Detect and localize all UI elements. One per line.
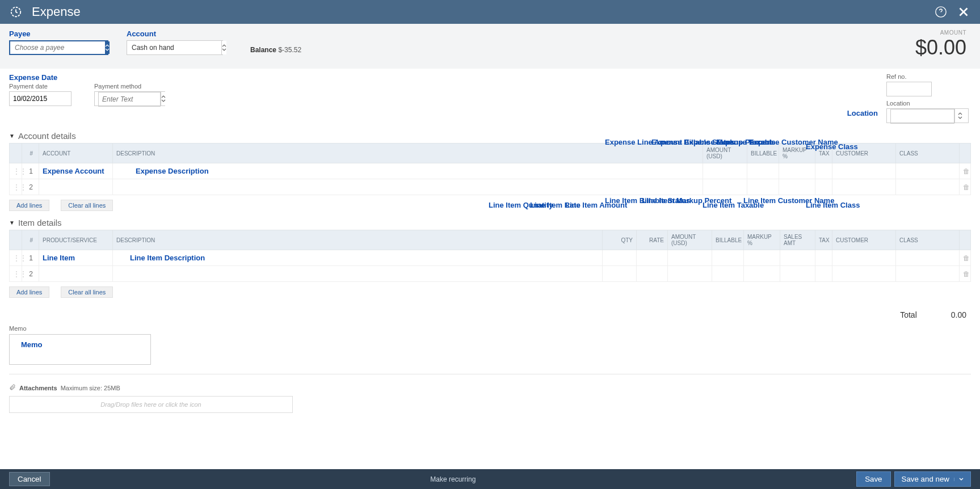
clear-all-lines-button[interactable]: Clear all lines bbox=[61, 286, 113, 298]
col-amount: AMOUNT (USD) bbox=[668, 230, 712, 250]
location-label: Location bbox=[886, 100, 969, 107]
location-input[interactable] bbox=[890, 109, 954, 124]
cell-billable[interactable] bbox=[712, 266, 744, 282]
cell-markup[interactable] bbox=[779, 179, 815, 195]
cell-sales-amt[interactable] bbox=[780, 250, 815, 266]
cell-class[interactable] bbox=[896, 179, 960, 195]
account-details-toggle[interactable]: ▼ Account details bbox=[9, 131, 76, 141]
total-row: Total 0.00 bbox=[0, 305, 980, 325]
delete-row-icon[interactable]: 🗑 bbox=[960, 179, 971, 195]
table-row[interactable]: ⋮⋮ 2 🗑 bbox=[10, 179, 971, 195]
cell-amount[interactable] bbox=[703, 163, 747, 179]
delete-row-icon[interactable]: 🗑 bbox=[960, 163, 971, 179]
location-annotation: Location bbox=[847, 109, 878, 117]
account-input[interactable] bbox=[127, 41, 221, 54]
col-delete bbox=[960, 144, 971, 163]
clear-all-lines-button[interactable]: Clear all lines bbox=[61, 200, 113, 211]
col-qty: QTY bbox=[603, 230, 637, 250]
chevron-updown-icon[interactable] bbox=[105, 41, 110, 54]
drag-handle-icon[interactable]: ⋮⋮ bbox=[10, 163, 22, 179]
cell-rate[interactable] bbox=[637, 250, 668, 266]
col-account: ACCOUNT bbox=[39, 144, 113, 163]
help-icon[interactable] bbox=[935, 6, 947, 18]
app-logo-icon bbox=[9, 5, 23, 19]
cell-sales-amt[interactable] bbox=[780, 266, 815, 282]
chevron-updown-icon[interactable] bbox=[161, 92, 166, 106]
account-field-group: Account bbox=[127, 29, 223, 55]
col-product: PRODUCT/SERVICE bbox=[39, 230, 113, 250]
payee-combo[interactable] bbox=[9, 40, 108, 55]
row-num: 2 bbox=[22, 179, 39, 195]
cell-qty[interactable] bbox=[603, 250, 637, 266]
close-icon[interactable] bbox=[956, 5, 971, 19]
account-combo[interactable] bbox=[127, 40, 223, 55]
drag-handle-icon[interactable]: ⋮⋮ bbox=[10, 250, 22, 266]
delete-row-icon[interactable]: 🗑 bbox=[960, 250, 971, 266]
add-lines-button[interactable]: Add lines bbox=[9, 286, 49, 298]
cell-customer[interactable] bbox=[832, 266, 896, 282]
attachments-dropzone[interactable]: Drag/Drop files here or click the icon bbox=[9, 396, 293, 413]
item-details-toggle[interactable]: ▼ Item details bbox=[9, 218, 62, 227]
cell-rate[interactable] bbox=[637, 266, 668, 282]
attachments-section: Attachments Maximum size: 25MB Drag/Drop… bbox=[0, 383, 980, 413]
account-details-title: Account details bbox=[18, 131, 76, 141]
cell-markup[interactable] bbox=[744, 250, 780, 266]
col-class: CLASS bbox=[896, 230, 960, 250]
cell-tax[interactable] bbox=[815, 163, 832, 179]
cell-markup[interactable] bbox=[779, 163, 815, 179]
cell-product[interactable] bbox=[39, 266, 113, 282]
top-section: Payee Account Balance $-35.52 AMOUNT $0.… bbox=[0, 24, 980, 69]
chevron-updown-icon[interactable] bbox=[954, 109, 965, 123]
cell-class[interactable] bbox=[896, 250, 960, 266]
cell-billable[interactable] bbox=[747, 163, 779, 179]
cell-account[interactable] bbox=[39, 179, 113, 195]
triangle-down-icon: ▼ bbox=[9, 220, 15, 226]
cell-amount[interactable] bbox=[668, 266, 712, 282]
cell-tax[interactable] bbox=[815, 266, 832, 282]
cell-customer[interactable] bbox=[832, 250, 896, 266]
cell-customer[interactable] bbox=[832, 179, 896, 195]
cell-tax[interactable] bbox=[815, 179, 832, 195]
drag-handle-icon[interactable]: ⋮⋮ bbox=[10, 179, 22, 195]
cell-class[interactable] bbox=[896, 163, 960, 179]
col-num: # bbox=[22, 230, 39, 250]
col-markup: MARKUP % bbox=[744, 230, 780, 250]
cell-description[interactable] bbox=[113, 266, 603, 282]
table-row[interactable]: ⋮⋮ 1 Expense Account Expense Description… bbox=[10, 163, 971, 179]
cell-account[interactable]: Expense Account bbox=[39, 163, 113, 179]
account-label: Account bbox=[127, 29, 223, 38]
memo-annotation: Memo bbox=[21, 340, 43, 349]
cell-description[interactable]: Line Item Description bbox=[113, 250, 603, 266]
cell-markup[interactable] bbox=[744, 266, 780, 282]
payment-method-combo[interactable] bbox=[94, 91, 165, 106]
payment-date-input[interactable] bbox=[9, 91, 71, 106]
chevron-updown-icon[interactable] bbox=[221, 41, 226, 54]
cell-description[interactable]: Expense Description bbox=[113, 163, 703, 179]
cell-class[interactable] bbox=[896, 266, 960, 282]
cell-amount[interactable] bbox=[668, 250, 712, 266]
payment-date-field: Payment date bbox=[9, 83, 71, 106]
cell-customer[interactable] bbox=[832, 163, 896, 179]
ref-no-input[interactable] bbox=[886, 82, 932, 96]
location-combo[interactable] bbox=[886, 108, 969, 123]
memo-textarea[interactable]: Memo bbox=[9, 334, 151, 365]
table-row[interactable]: ⋮⋮ 2 🗑 bbox=[10, 266, 971, 282]
table-row[interactable]: ⋮⋮ 1 Line Item Line Item Description 🗑 bbox=[10, 250, 971, 266]
cell-product[interactable]: Line Item bbox=[39, 250, 113, 266]
cell-billable[interactable] bbox=[712, 250, 744, 266]
cell-tax[interactable] bbox=[815, 250, 832, 266]
col-num: # bbox=[22, 144, 39, 163]
ref-location-fields: Ref no. Location Location bbox=[886, 73, 969, 123]
payment-method-input[interactable] bbox=[98, 92, 161, 107]
cell-billable[interactable] bbox=[747, 179, 779, 195]
add-lines-button[interactable]: Add lines bbox=[9, 200, 49, 211]
col-customer: CUSTOMER bbox=[832, 230, 896, 250]
cell-amount[interactable] bbox=[703, 179, 747, 195]
cell-description[interactable] bbox=[113, 179, 703, 195]
cell-qty[interactable] bbox=[603, 266, 637, 282]
delete-row-icon[interactable]: 🗑 bbox=[960, 266, 971, 282]
drag-handle-icon[interactable]: ⋮⋮ bbox=[10, 266, 22, 282]
expense-date-label: Expense Date bbox=[9, 73, 176, 82]
row-num: 1 bbox=[22, 163, 39, 179]
payee-input[interactable] bbox=[10, 41, 105, 54]
